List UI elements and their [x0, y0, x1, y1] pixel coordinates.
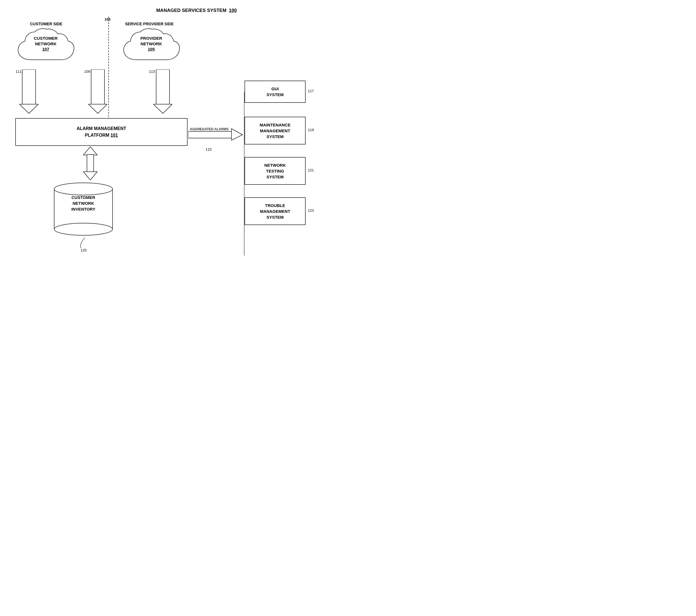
svg-rect-6	[156, 69, 170, 104]
customer-network-cloud: CUSTOMER NETWORK 107	[17, 28, 75, 69]
network-testing-box: NETWORKTESTINGSYSTEM	[244, 157, 306, 185]
connector-lines	[243, 92, 245, 256]
svg-marker-1	[19, 104, 38, 113]
svg-marker-7	[153, 104, 172, 113]
svg-marker-12	[83, 147, 97, 155]
svg-text:AGGREGATED ALARMS: AGGREGATED ALARMS	[190, 127, 228, 131]
provider-side-label: SERVICE PROVIDER SIDE	[125, 22, 174, 26]
network-testing-ref: 121	[308, 168, 314, 172]
provider-cloud-label: PROVIDER NETWORK 105	[131, 35, 171, 52]
trouble-ref: 123	[308, 208, 314, 212]
title-text: MANAGED SERVICES SYSTEM	[156, 8, 226, 13]
svg-point-16	[54, 183, 112, 195]
db-ref-line	[79, 238, 91, 249]
customer-cloud-label: CUSTOMER NETWORK 107	[26, 35, 66, 52]
svg-rect-13	[87, 155, 94, 172]
provider-alarms-arrow: PROVIDER ALARMS	[153, 69, 172, 114]
diagram: MANAGED SERVICES SYSTEM 100 CUSTOMER SID…	[0, 0, 348, 308]
gui-ref: 117	[308, 89, 314, 93]
aggregated-alarms-arrow: AGGREGATED ALARMS	[188, 126, 244, 143]
svg-point-17	[54, 223, 112, 235]
alarm-management-platform: ALARM MANAGEMENTPLATFORM 101	[15, 118, 188, 146]
main-title: MANAGED SERVICES SYSTEM 100	[156, 8, 237, 13]
customer-alarms-arrow: CUSTOMER ALARMS	[19, 69, 38, 114]
customer-side-label: CUSTOMER SIDE	[30, 22, 62, 26]
divider-ref: 103	[105, 17, 111, 21]
database-label: CUSTOMER NETWORK INVENTORY	[51, 194, 115, 212]
bidir-arrow	[82, 147, 99, 180]
maintenance-system-box: MAINTENANCEMANAGEMENTSYSTEM	[244, 117, 306, 144]
svg-marker-10	[232, 129, 242, 140]
edge-alarms-arrow: EDGE ALARMS	[88, 69, 107, 114]
gui-system-box: GUISYSTEM	[244, 81, 306, 103]
provider-network-cloud: PROVIDER NETWORK 105	[122, 28, 180, 69]
database-ref: 125	[81, 248, 87, 252]
title-ref: 100	[229, 8, 237, 13]
aggregated-ref: 115	[206, 147, 212, 152]
svg-marker-4	[88, 104, 107, 113]
svg-rect-3	[91, 69, 105, 104]
maintenance-ref: 119	[308, 128, 314, 132]
trouble-management-box: TROUBLEMANAGEMENTSYSTEM	[244, 197, 306, 225]
svg-marker-14	[83, 172, 97, 180]
svg-rect-0	[22, 69, 35, 104]
svg-rect-9	[188, 131, 232, 138]
